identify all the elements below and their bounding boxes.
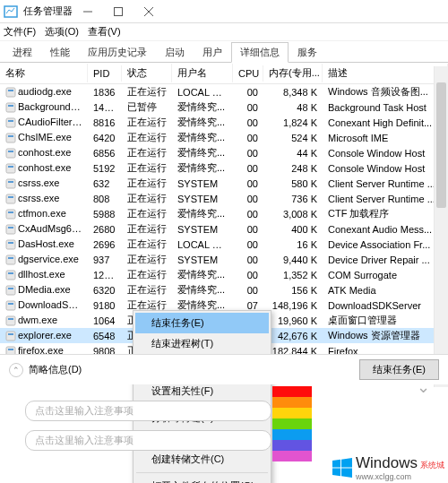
menu-item[interactable]: 文件(F) xyxy=(4,25,36,39)
cell: SYSTEM xyxy=(172,194,233,204)
brand-url: www.xclgg.com xyxy=(356,472,444,481)
note-input-1[interactable]: 点击这里输入注意事项 xyxy=(25,401,271,421)
cell: 00 xyxy=(233,133,263,143)
col-header[interactable]: CPU xyxy=(233,65,263,82)
tab-3[interactable]: 启动 xyxy=(156,42,194,63)
table-row[interactable]: ctfmon.exe5988正在运行爱情终究...003,008 KCTF 加载… xyxy=(0,206,448,221)
svg-rect-26 xyxy=(8,242,13,244)
svg-rect-0 xyxy=(4,6,17,17)
svg-rect-40 xyxy=(8,349,13,350)
cell: 正在运行 xyxy=(122,253,172,266)
tab-4[interactable]: 用户 xyxy=(194,42,231,63)
table-row[interactable]: audiodg.exe1836正在运行LOCAL SE...008,348 KW… xyxy=(0,84,448,99)
svg-rect-5 xyxy=(6,88,15,97)
tab-6[interactable]: 服务 xyxy=(289,42,326,63)
table-row[interactable]: conhost.exe6856正在运行爱情终究...0044 KConsole … xyxy=(0,145,448,160)
note-input-2[interactable]: 点击这里输入注意事项 xyxy=(25,430,271,451)
app-icon xyxy=(4,4,18,19)
cell: 580 K xyxy=(263,178,323,189)
svg-rect-7 xyxy=(6,103,15,112)
cell: 正在运行 xyxy=(122,146,172,160)
tab-2[interactable]: 应用历史记录 xyxy=(79,42,156,63)
cell: DownloadSDKServer... xyxy=(0,299,88,311)
cell: 00 xyxy=(233,224,263,235)
col-header[interactable]: 状态 xyxy=(122,64,172,82)
svg-rect-23 xyxy=(6,225,15,234)
cell: 9180 xyxy=(88,300,122,311)
ctx-item[interactable]: 结束任务(E) xyxy=(135,313,269,333)
cell: 爱情终究... xyxy=(172,161,233,175)
svg-rect-34 xyxy=(8,303,13,305)
menu-item[interactable]: 选项(O) xyxy=(45,25,79,39)
table-row[interactable]: CAudioFilterAgent...8816正在运行爱情终究...001,8… xyxy=(0,115,448,130)
tab-0[interactable]: 进程 xyxy=(4,42,41,63)
cell: 148,196 K xyxy=(263,300,323,311)
close-button[interactable] xyxy=(134,2,164,22)
col-header[interactable]: 内存(专用... xyxy=(263,64,323,82)
col-header[interactable]: PID xyxy=(88,65,122,82)
tabstrip: 进程性能应用历史记录启动用户详细信息服务 xyxy=(0,41,448,63)
cell: Windows 音频设备图... xyxy=(323,85,448,99)
expand-icon[interactable]: ⌃ xyxy=(9,363,23,377)
cell: 48 K xyxy=(263,102,323,113)
tab-1[interactable]: 性能 xyxy=(41,42,79,63)
cell: 937 xyxy=(88,254,122,265)
cell: dllhost.exe xyxy=(0,269,88,280)
cell: 8,348 K xyxy=(263,87,323,98)
table-row[interactable]: DMedia.exe6320正在运行爱情终究...00156 KATK Medi… xyxy=(0,282,448,298)
windows-logo-icon xyxy=(332,458,352,478)
cell: DownloadSDKServer xyxy=(323,300,448,311)
table-row[interactable]: dllhost.exe12152正在运行爱情终究...001,352 KCOM … xyxy=(0,267,448,282)
cell: 00 xyxy=(233,194,263,204)
cell: 16 K xyxy=(263,239,323,250)
collapse-caret-icon[interactable]: ⌄ xyxy=(417,377,430,397)
cell: CAudioFilterAgent... xyxy=(0,116,88,128)
cell: Microsoft IME xyxy=(323,133,448,143)
col-header[interactable]: 描述 xyxy=(323,64,448,82)
cell: 正在运行 xyxy=(122,116,172,129)
table-row[interactable]: csrss.exe632正在运行SYSTEM00580 KClient Serv… xyxy=(0,176,448,191)
table-row[interactable]: conhost.exe5192正在运行爱情终究...00248 KConsole… xyxy=(0,160,448,176)
table-row[interactable]: dgservice.exe937正在运行SYSTEM009,440 KDevic… xyxy=(0,252,448,267)
menubar: 文件(F)选项(O)查看(V) xyxy=(0,23,448,41)
svg-rect-11 xyxy=(6,134,15,142)
scrollbar[interactable] xyxy=(434,66,448,387)
cell: 736 K xyxy=(263,194,323,204)
table-row[interactable]: BackgroundTaskH...14440已暂停爱情终究...0048 KB… xyxy=(0,99,448,115)
cell: 正在运行 xyxy=(122,161,172,175)
cell: LOCAL SE... xyxy=(172,87,233,98)
cell: 1064 xyxy=(88,315,122,326)
ctx-item[interactable]: 结束进程树(T) xyxy=(135,333,269,354)
ctx-item[interactable]: 打开文件所在的位置(O) xyxy=(135,476,269,483)
svg-rect-36 xyxy=(8,318,13,320)
cell: CxAudMsg64.exe xyxy=(0,223,88,235)
menu-item[interactable]: 查看(V) xyxy=(88,25,121,39)
cell: 00 xyxy=(233,163,263,174)
brief-info-link[interactable]: 简略信息(D) xyxy=(29,363,82,376)
svg-rect-13 xyxy=(6,149,15,158)
svg-rect-17 xyxy=(6,179,15,188)
cell: 正在运行 xyxy=(122,222,172,236)
maximize-button[interactable] xyxy=(103,2,134,22)
cell: 爱情终究... xyxy=(172,283,233,297)
svg-rect-18 xyxy=(8,181,13,183)
titlebar: 任务管理器 xyxy=(0,0,448,23)
cell: 07 xyxy=(233,300,263,311)
cell: conhost.exe xyxy=(0,147,88,159)
cell: CTF 加载程序 xyxy=(323,207,448,220)
cell: LOCAL SE... xyxy=(172,239,233,250)
col-header[interactable]: 名称 xyxy=(0,64,88,82)
col-header[interactable]: 用户名 xyxy=(172,64,233,82)
tab-5[interactable]: 详细信息 xyxy=(231,42,289,63)
cell: 00 xyxy=(233,148,263,159)
cell: csrss.exe xyxy=(0,177,88,189)
table-row[interactable]: CxAudMsg64.exe2680正在运行SYSTEM00400 KConex… xyxy=(0,221,448,237)
cell: csrss.exe xyxy=(0,193,88,204)
cell: SYSTEM xyxy=(172,224,233,235)
minimize-button[interactable] xyxy=(73,2,103,22)
svg-rect-31 xyxy=(6,286,15,295)
table-row[interactable]: DasHost.exe2696正在运行LOCAL SE...0016 KDevi… xyxy=(0,237,448,252)
svg-rect-35 xyxy=(6,316,15,325)
table-row[interactable]: ChsIME.exe6420正在运行爱情终究...00524 KMicrosof… xyxy=(0,130,448,145)
table-row[interactable]: csrss.exe808正在运行SYSTEM00736 KClient Serv… xyxy=(0,191,448,206)
